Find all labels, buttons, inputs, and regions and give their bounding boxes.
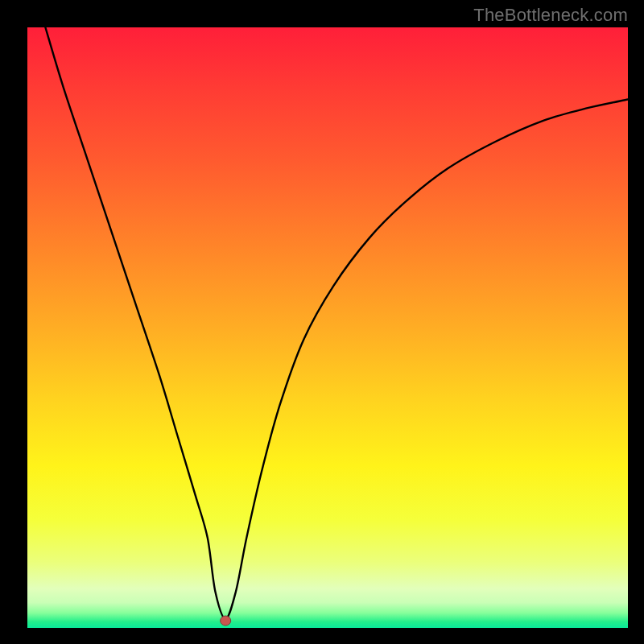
- optimal-point-marker: [221, 616, 231, 625]
- plot-area: [27, 27, 628, 628]
- watermark-text: TheBottleneck.com: [473, 5, 628, 26]
- curve-layer: [27, 27, 628, 628]
- bottleneck-curve: [45, 27, 628, 619]
- chart-frame: TheBottleneck.com: [0, 0, 644, 644]
